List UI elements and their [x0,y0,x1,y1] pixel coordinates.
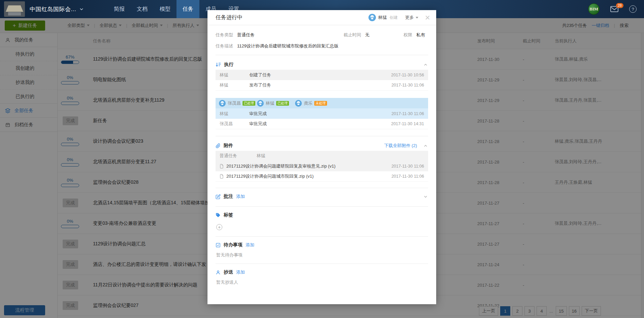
user-avatar[interactable]: BIM [588,3,600,15]
chevron-down-icon [416,17,418,19]
collapse-chevron-up-icon[interactable] [423,143,428,148]
topbar-right: BIM 28 ? [588,3,637,15]
assignee-avatar [219,100,226,107]
comments-section-title: 批注 [224,193,233,200]
cc-section: 抄送 添加 暂无抄送人 [216,264,428,291]
attachment-time: 2017-11-30 11:06 [391,164,424,169]
task-detail-modal: 任务进行中 林猛 创建 更多 × 任务类型 普通任务 [207,10,436,304]
modal-title: 任务进行中 [216,14,243,21]
assignee: 林猛 已处理 [257,100,295,107]
person-outline-icon [216,270,221,275]
assignee-avatar [257,100,264,107]
tags-section: 标签 + [216,207,428,237]
file-icon [220,164,224,169]
attachment-time: 2017-11-30 11:06 [391,174,424,179]
status-badge: 未处理 [314,101,327,106]
permission-label: 权限 [404,32,412,38]
creator-role: 创建 [390,15,398,21]
deadline-value: 无 [365,32,369,38]
attachment-meta-row: 普通任务 林猛 [216,151,428,161]
download-all-link[interactable]: 下载全部附件 (2) [384,143,417,149]
creator-avatar [368,14,376,21]
task-type-value: 普通任务 [237,32,255,38]
todos-section: 待办事项 添加 暂无待办事项 [216,237,428,264]
add-todo-link[interactable]: 添加 [246,242,254,248]
creator-name: 林猛 [378,14,387,21]
execution-event-row: 林猛 创建了任务 2017-11-30 10:56 [216,70,428,80]
execution-event-row: 林猛 发布了任务 2017-11-30 11:06 [216,80,428,91]
app-root: 中国红岛国际会... 简报 文档 模型 任务 成员 设置 BIM 28 ? + [0,0,644,318]
status-badge: 已处理 [276,101,289,106]
approval-row: 林猛 审批完成 2017-11-30 11:06 [216,108,428,119]
attachments-section: 附件 下载全部附件 (2) 普通任务 林猛 20 [216,141,428,188]
add-comment-link[interactable]: 添加 [236,193,245,200]
expand-chevron-down-icon[interactable] [423,194,428,199]
permission-value: 私有 [416,32,425,38]
nav-tab-models[interactable]: 模型 [154,0,176,18]
modal-body: 任务类型 普通任务 截止时间 无 权限 私有 任务描述 1129设计协调会后建研… [207,32,436,291]
tags-section-title: 标签 [224,212,233,218]
messages-button[interactable]: 28 [610,6,618,12]
assignee: 龚乐 未处理 [295,100,333,107]
attachments-section-title: 附件 [224,143,233,149]
task-type-label: 任务类型 [216,32,233,38]
task-desc-value: 1129设计协调会后建研院城市院修改后的回复汇总版 [237,43,339,49]
add-tag-button[interactable]: + [216,224,222,230]
cc-empty-note: 暂无抄送人 [216,279,428,285]
project-switcher-chevron-icon[interactable] [79,7,84,11]
add-cc-link[interactable]: 添加 [236,269,245,275]
attachment-file-row[interactable]: 20171129设计协调会问题城市院回复.zip (v1) 2017-11-30… [216,171,428,182]
assignees-row: 张茂昌 已处理 林猛 已处理 龚乐 [216,98,428,108]
project-logo [4,1,25,17]
execution-section-title: 执行 [224,62,233,68]
collapse-chevron-up-icon[interactable] [423,62,428,67]
sort-list-icon [216,62,221,67]
attachment-file-row[interactable]: 20171129设计协调会问题建研院回复及审核意见.zip (v1) 2017-… [216,161,428,171]
cc-section-title: 抄送 [224,269,233,275]
nav-tab-tasks[interactable]: 任务 [176,0,199,18]
todos-empty-note: 暂无待办事项 [216,252,428,258]
assignee-avatar [295,100,302,107]
attachment-file-name: 20171129设计协调会问题城市院回复.zip (v1) [226,173,391,179]
attachment-file-name: 20171129设计协调会问题建研院回复及审核意见.zip (v1) [226,163,391,169]
deadline-label: 截止时间 [344,32,361,38]
paperclip-icon [216,143,221,148]
annotate-icon [216,194,221,199]
execution-section: 执行 林猛 创建了任务 2017-11-30 10:56 林猛 发布了任务 20… [216,60,428,136]
comments-section: 批注 添加 [216,188,428,207]
close-icon[interactable]: × [425,14,430,21]
approval-row: 张茂昌 审批完成 2017-11-30 14:31 [216,119,428,129]
project-title[interactable]: 中国红岛国际会... [30,5,76,13]
file-icon [220,174,224,179]
status-badge: 已处理 [243,101,255,106]
unread-count-badge: 28 [616,3,623,8]
help-button[interactable]: ? [629,5,637,13]
tag-icon [216,213,221,218]
nav-tab-documents[interactable]: 文档 [131,0,154,18]
assignee: 张茂昌 已处理 [219,100,257,107]
task-desc-label: 任务描述 [216,43,233,49]
checkbox-icon [216,243,221,248]
modal-header: 任务进行中 林猛 创建 更多 × [207,10,436,25]
more-button[interactable]: 更多 [405,14,418,21]
nav-tab-briefing[interactable]: 简报 [108,0,131,18]
todos-section-title: 待办事项 [224,242,243,248]
